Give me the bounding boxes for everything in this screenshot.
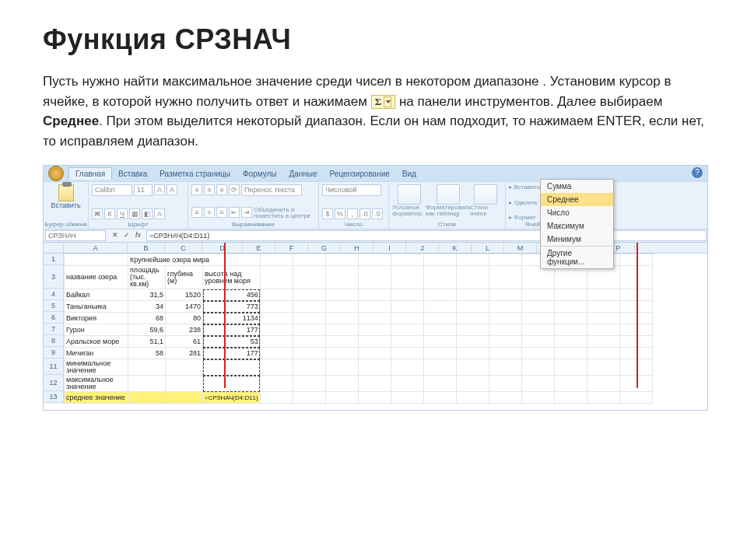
col-C[interactable]: C [165, 243, 202, 253]
name-box[interactable]: СРЗНАЧ [45, 230, 106, 241]
align-left-button[interactable]: ≡ [191, 207, 202, 218]
row-5[interactable]: 5 [44, 300, 64, 312]
row-7[interactable]: 7 [44, 324, 64, 335]
select-all-corner[interactable] [44, 243, 64, 253]
tab-page-layout[interactable]: Разметка страницы [153, 168, 237, 180]
row-12[interactable]: 12 [44, 375, 64, 391]
paste-icon [58, 184, 74, 201]
slide-title: Функция СРЗНАЧ [43, 23, 704, 56]
col-E[interactable]: E [243, 243, 275, 253]
table-row: максимальное значение [65, 376, 653, 392]
body-p1d: . При этом выделится некоторый диапазон.… [43, 114, 704, 149]
dec-decimal-button[interactable]: .0 [372, 208, 383, 219]
align-bottom-button[interactable]: ≡ [216, 184, 227, 195]
row-3[interactable]: 3 [44, 265, 64, 289]
col-G[interactable]: G [308, 243, 341, 253]
tab-view[interactable]: Вид [396, 168, 423, 180]
increase-font-button[interactable]: A [154, 184, 165, 195]
decrease-font-button[interactable]: A [167, 184, 177, 195]
group-label-styles: Стили [389, 221, 505, 228]
font-name-select[interactable]: Calibri [92, 184, 132, 196]
align-top-button[interactable]: ≡ [191, 184, 202, 195]
col-header-area[interactable]: площадь (тыс. кв.км) [128, 266, 166, 289]
number-format-select[interactable]: Числовой [322, 184, 381, 196]
menu-item-more[interactable]: Другие функции... [541, 246, 613, 268]
table-row: минимальное значение [65, 359, 653, 376]
bold-button[interactable]: Ж [92, 208, 103, 219]
merge-button[interactable]: Объединить и поместить в центре [254, 207, 314, 219]
row-11[interactable]: 11 [44, 359, 64, 375]
enter-formula-icon[interactable]: ✓ [121, 231, 132, 241]
cancel-formula-icon[interactable]: ✕ [110, 231, 120, 241]
table-row: Аральское море51,16153 [65, 336, 653, 348]
group-font: Calibri 11 A A Ж К Ч ▦ ◧ A Шрифт [89, 182, 188, 229]
col-J[interactable]: J [406, 243, 439, 253]
percent-button[interactable]: % [335, 208, 345, 219]
menu-item-max[interactable]: Максимум [541, 219, 613, 233]
menu-item-min[interactable]: Минимум [541, 233, 613, 246]
currency-button[interactable]: $ [322, 208, 333, 219]
underline-button[interactable]: Ч [117, 208, 128, 219]
table-row: Байкал31,51520456 [65, 289, 653, 301]
align-center-button[interactable]: ≡ [204, 207, 215, 218]
format-table-icon[interactable] [437, 184, 460, 205]
row-1[interactable]: 1 [44, 254, 64, 265]
inc-decimal-button[interactable]: .0 [359, 208, 370, 219]
cells-table[interactable]: Крупнейшие озера мира название озера пло… [64, 254, 653, 404]
tab-review[interactable]: Рецензирование [324, 168, 396, 180]
group-label-alignment: Выравнивание [188, 221, 318, 228]
col-header-height[interactable]: высота над уровнем моря [203, 266, 261, 289]
tab-formulas[interactable]: Формулы [237, 168, 283, 180]
paste-button[interactable]: Вставить [47, 184, 85, 209]
cell-styles-icon[interactable] [474, 184, 497, 205]
office-button-icon[interactable] [48, 166, 64, 181]
col-header-depth[interactable]: глубина (м) [166, 266, 203, 289]
wrap-text-button[interactable]: Перенос текста [241, 184, 302, 196]
col-B[interactable]: B [128, 243, 165, 253]
col-L[interactable]: L [472, 243, 504, 253]
table-row: Таньганьика341470773 [65, 301, 653, 313]
tab-insert[interactable]: Вставка [112, 168, 153, 180]
col-F[interactable]: F [275, 243, 308, 253]
dropdown-arrow-icon [384, 96, 391, 107]
col-K[interactable]: K [439, 243, 472, 253]
border-button[interactable]: ▦ [129, 208, 140, 219]
row-8[interactable]: 8 [44, 335, 64, 347]
help-icon[interactable]: ? [692, 167, 703, 178]
body-p1b: на панели инструментов. Далее выбираем [399, 94, 663, 109]
italic-button[interactable]: К [104, 208, 115, 219]
indent-dec-button[interactable]: ⇤ [229, 207, 240, 218]
align-middle-button[interactable]: ≡ [204, 184, 215, 195]
indent-inc-button[interactable]: ⇥ [241, 207, 252, 218]
autosum-inline-icon: Σ [371, 95, 396, 109]
active-formula-cell[interactable]: =СРЗНАЧ(D4:D11) [203, 392, 261, 404]
col-I[interactable]: I [374, 243, 406, 253]
table-title[interactable]: Крупнейшие озера мира [128, 254, 261, 266]
row-9[interactable]: 9 [44, 347, 64, 359]
formula-input[interactable]: =СРЗНАЧ(D4:D11) [146, 230, 707, 241]
orientation-button[interactable]: ⟳ [229, 184, 240, 195]
conditional-format-icon[interactable] [398, 184, 421, 205]
cond-fmt-label: Условное форматир. [392, 205, 426, 217]
row-13[interactable]: 13 [44, 391, 64, 403]
row-4[interactable]: 4 [44, 289, 64, 300]
col-D[interactable]: D [202, 243, 243, 253]
tab-home[interactable]: Главная [68, 167, 112, 180]
col-M[interactable]: M [504, 243, 537, 253]
menu-item-count[interactable]: Число [541, 206, 613, 219]
font-size-select[interactable]: 11 [134, 184, 153, 196]
body-bold-word: Среднее [43, 114, 99, 128]
fill-color-button[interactable]: ◧ [142, 208, 153, 219]
menu-item-average[interactable]: Среднее [541, 193, 613, 206]
align-right-button[interactable]: ≡ [216, 207, 227, 218]
row-6[interactable]: 6 [44, 312, 64, 324]
tab-data[interactable]: Данные [282, 168, 323, 180]
col-H[interactable]: H [341, 243, 374, 253]
col-A[interactable]: A [64, 243, 128, 253]
comma-button[interactable]: , [347, 208, 358, 219]
fx-icon[interactable]: fx [133, 231, 143, 241]
menu-item-sum[interactable]: Сумма [541, 180, 613, 193]
font-color-button[interactable]: A [154, 208, 165, 219]
group-label-number: Число [319, 221, 388, 228]
col-header-name[interactable]: название озера [65, 266, 128, 289]
